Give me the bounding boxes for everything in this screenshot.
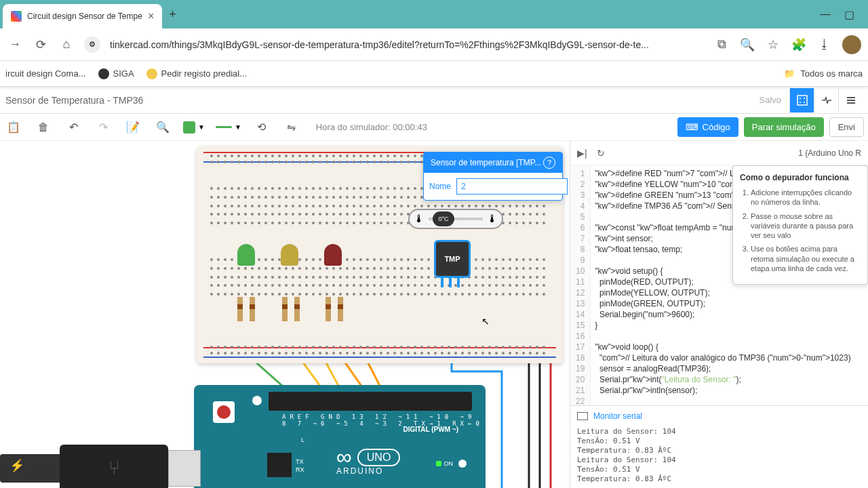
reset-button[interactable] [213, 401, 235, 423]
debugger-help-popup: Como o depurador funciona Adicione inter… [732, 165, 868, 285]
tmp36-sensor[interactable]: TMP [434, 240, 471, 278]
mirror-icon[interactable]: ⇋ [282, 118, 301, 137]
serial-output: Leitura do Sensor: 104 TensÃo: 0.51 V Te… [570, 426, 868, 488]
led-yellow[interactable] [281, 244, 298, 266]
undo-icon[interactable]: ↶ [64, 118, 83, 137]
maximize-icon[interactable]: ▢ [844, 8, 854, 21]
debugger-step: Adicione interrupções clicando no número… [751, 188, 861, 207]
svg-point-2 [804, 98, 805, 99]
cursor-icon: ↖ [481, 316, 490, 327]
all-bookmarks-button[interactable]: 📁 Todos os marca [784, 68, 863, 79]
device-selector[interactable]: 1 (Arduino Uno R [798, 148, 861, 158]
minimize-icon[interactable]: ― [820, 8, 831, 21]
resistor[interactable] [338, 297, 343, 321]
continue-icon[interactable]: ▶| [577, 148, 587, 159]
tab-title: Circuit design Sensor de Tempe [27, 12, 142, 21]
tab-favicon-icon [11, 11, 22, 22]
slider-thumb[interactable]: 0°C [433, 211, 454, 226]
bookmark-item[interactable]: SIGA [98, 68, 134, 79]
delete-icon[interactable]: 🗑 [34, 118, 53, 137]
serial-monitor-title[interactable]: Monitor serial [593, 411, 642, 421]
inspect-icon[interactable]: 🔍 [153, 118, 172, 137]
svg-point-1 [800, 98, 801, 99]
paste-icon[interactable]: 📋 [4, 118, 23, 137]
view-circuit-button[interactable] [789, 88, 814, 113]
redo-icon[interactable]: ↷ [94, 118, 113, 137]
debugger-step: Use os botões acima para retoma simulaçã… [751, 244, 861, 273]
stop-simulation-button[interactable]: Parar simulação [744, 117, 824, 137]
open-new-icon[interactable]: ⧉ [713, 37, 730, 53]
rotate-icon[interactable]: ⟲ [252, 118, 271, 137]
resistor[interactable] [250, 297, 255, 321]
line-numbers[interactable]: 1234567891011121314151617181920212223 [570, 165, 591, 405]
step-icon[interactable]: ↻ [597, 148, 605, 159]
arduino-uno-board[interactable]: AREF GND 13 12 ~11 ~10 ~9 8 7 ~6 ~5 4 ~3… [194, 385, 486, 488]
temperature-slider[interactable]: 🌡 0°C 🌡 [408, 209, 503, 229]
debugger-step: Passe o mouse sobre as variáveis durante… [751, 211, 861, 241]
svg-point-4 [804, 102, 805, 103]
pin-labels: AREF GND 13 12 ~11 ~10 ~9 8 7 ~6 ~5 4 ~3… [282, 413, 486, 427]
notes-icon[interactable]: 📝 [123, 118, 142, 137]
simulator-time: Hora do simulador: 00:00:43 [316, 122, 427, 132]
thermometer-cold-icon: 🌡 [414, 213, 425, 225]
bookmark-item[interactable]: Pedir registo predial... [146, 68, 247, 79]
profile-avatar[interactable] [842, 35, 861, 54]
debugger-title: Como o depurador funciona [740, 173, 861, 182]
digital-label: DIGITAL (PWM ~) [403, 426, 458, 433]
view-list-button[interactable] [838, 88, 863, 113]
extensions-icon[interactable]: 🧩 [791, 37, 807, 53]
circuit-canvas[interactable]: 🌡 0°C 🌡 TMP Sensor de temperatura [TMP..… [0, 141, 570, 488]
code-icon: ⌨ [686, 122, 698, 132]
folder-icon: 📁 [784, 68, 795, 79]
home-icon[interactable]: ⌂ [58, 37, 75, 53]
bookmark-item[interactable]: ircuit design Coma... [5, 68, 86, 79]
save-status: Salvo [759, 95, 781, 105]
thermometer-hot-icon: 🌡 [487, 213, 498, 225]
resistor[interactable] [282, 297, 288, 321]
tab-close-icon[interactable]: × [148, 10, 154, 22]
lightning-icon: ⚡ [9, 458, 24, 473]
resistor[interactable] [294, 297, 300, 321]
usb-cable[interactable]: ⚡ ⑂ [0, 438, 190, 488]
new-tab-button[interactable]: + [169, 7, 176, 22]
downloads-icon[interactable]: ⭳ [816, 37, 833, 53]
led-red[interactable] [324, 244, 342, 266]
bookmark-star-icon[interactable]: ☆ [765, 37, 781, 53]
name-label: Nome [429, 182, 451, 191]
resistor[interactable] [326, 297, 331, 321]
component-properties-popup: Sensor de temperatura [TMP... ? Nome [423, 152, 563, 201]
chip [267, 453, 292, 477]
code-panel: ▶| ↻ 1 (Arduino Uno R 123456789101112131… [570, 141, 868, 488]
project-title[interactable]: Sensor de Temperatura - TMP36 [5, 95, 143, 106]
mounting-hole [252, 396, 262, 405]
popup-title: Sensor de temperatura [TMP... [431, 158, 541, 167]
wire-color-picker[interactable]: ▼ [183, 121, 205, 134]
zoom-icon[interactable]: 🔍 [739, 37, 755, 53]
code-button[interactable]: ⌨Código [677, 117, 738, 137]
browser-tab[interactable]: Circuit design Sensor de Tempe × [3, 4, 162, 28]
tx-label: TX [296, 458, 304, 465]
led-green[interactable] [237, 244, 255, 266]
url-bar[interactable]: tinkercad.com/things/3MkqIBdyG9L-sensor-… [110, 39, 704, 50]
help-icon[interactable]: ? [543, 157, 555, 169]
usb-icon: ⑂ [108, 458, 120, 479]
digital-headers[interactable] [269, 392, 472, 411]
arduino-name: ARDUINO [336, 466, 383, 476]
svg-rect-0 [797, 96, 807, 105]
site-info-icon[interactable]: ⚙ [84, 37, 100, 53]
tmp-legs [441, 278, 460, 287]
name-input[interactable] [456, 178, 568, 195]
serial-monitor-icon [577, 412, 588, 420]
forward-icon[interactable]: → [7, 37, 23, 53]
reload-icon[interactable]: ⟳ [33, 37, 49, 53]
on-indicator: ON [436, 460, 467, 468]
view-schematic-button[interactable] [814, 88, 838, 113]
l-label: L [301, 436, 304, 443]
rx-label: RX [296, 466, 304, 473]
svg-point-3 [800, 102, 801, 103]
wire-style-picker[interactable]: ▼ [216, 123, 241, 131]
send-button[interactable]: Envi [829, 117, 864, 137]
resistor[interactable] [237, 297, 243, 321]
